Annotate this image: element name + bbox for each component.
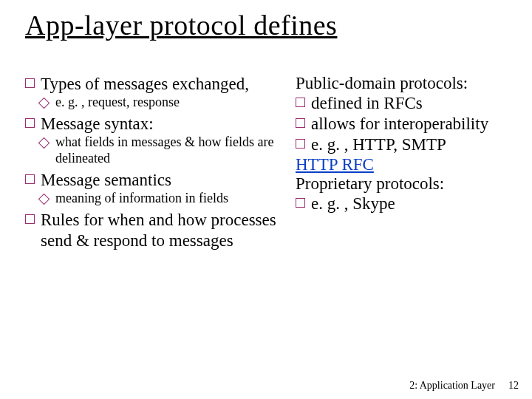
bullet-message-semantics: Message semantics: [25, 170, 276, 191]
bullet-message-syntax: Message syntax:: [25, 114, 276, 134]
subbullet-text: e. g. , request, response: [55, 95, 180, 111]
heading-proprietary: Proprietary protocols:: [296, 174, 519, 194]
bullet-text: allows for interoperability: [311, 114, 488, 134]
heading-public-domain: Public-domain protocols:: [296, 74, 519, 93]
link-text[interactable]: HTTP RFC: [296, 155, 374, 174]
bullet-text: defined in RFCs: [311, 93, 423, 114]
bullet-interoperability: allows for interoperability: [296, 114, 519, 134]
square-bullet-icon: [25, 78, 35, 88]
subbullet-text: meaning of information in fields: [55, 191, 228, 207]
square-bullet-icon: [25, 118, 35, 128]
link-http-rfc[interactable]: HTTP RFC: [296, 155, 519, 174]
square-bullet-icon: [296, 139, 305, 149]
right-column: Public-domain protocols: defined in RFCs…: [296, 74, 519, 251]
bullet-rules: Rules for when and how processes send & …: [25, 210, 276, 251]
slide-title: App-layer protocol defines: [25, 9, 337, 41]
bullet-types-of-messages: Types of messages exchanged,: [25, 74, 276, 95]
footer-page-number: 12: [508, 380, 519, 392]
subbullet-text: what fields in messages & how fields are…: [55, 134, 276, 167]
subbullet-meaning: meaning of information in fields: [25, 191, 276, 207]
square-bullet-icon: [296, 98, 305, 107]
square-bullet-icon: [25, 214, 35, 224]
left-column: Types of messages exchanged, e. g. , req…: [25, 74, 276, 251]
bullet-defined-rfcs: defined in RFCs: [296, 93, 519, 114]
slide-footer: 2: Application Layer 12: [409, 380, 519, 392]
bullet-text: Message syntax:: [41, 114, 154, 134]
bullet-text: Message semantics: [41, 170, 171, 191]
square-bullet-icon: [296, 118, 305, 128]
square-bullet-icon: [296, 198, 305, 208]
square-bullet-icon: [25, 174, 35, 184]
bullet-skype: e. g. , Skype: [296, 194, 519, 214]
bullet-text: e. g. , Skype: [311, 194, 395, 214]
content-columns: Types of messages exchanged, e. g. , req…: [25, 74, 519, 251]
subbullet-fields: what fields in messages & how fields are…: [25, 134, 276, 167]
bullet-text: e. g. , HTTP, SMTP: [311, 134, 446, 155]
bullet-text: Types of messages exchanged,: [41, 74, 249, 95]
diamond-bullet-icon: [38, 98, 50, 109]
diamond-bullet-icon: [38, 137, 50, 149]
diamond-bullet-icon: [38, 194, 50, 205]
bullet-http-smtp: e. g. , HTTP, SMTP: [296, 134, 519, 155]
bullet-text: Rules for when and how processes send & …: [41, 210, 276, 251]
subbullet-request-response: e. g. , request, response: [25, 95, 276, 111]
footer-chapter: 2: Application Layer: [409, 380, 495, 392]
